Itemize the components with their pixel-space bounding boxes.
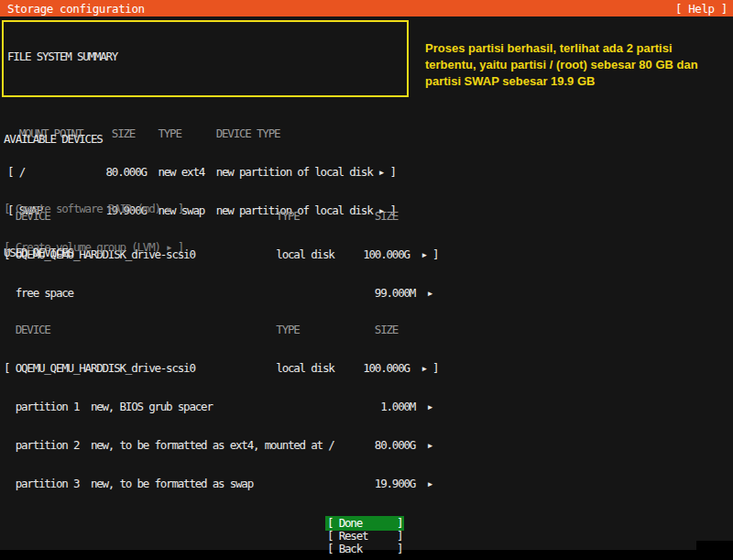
partition-2-row[interactable]: partition 2 new, to be formatted as ext4… bbox=[4, 439, 438, 452]
annotation-highlight-box: FILE SYSTEM SUMMARY MOUNT POINT SIZE TYP… bbox=[2, 20, 409, 97]
bottom-right-notch bbox=[696, 541, 733, 560]
create-raid-button[interactable]: [ Create software RAID (md) ▸ ] bbox=[4, 203, 183, 215]
page-title: Storage configuration bbox=[0, 2, 145, 16]
used-devices-section: USED DEVICES DEVICE TYPE SIZE [ OQEMU_QE… bbox=[4, 221, 438, 503]
used-devices-heading: USED DEVICES bbox=[4, 247, 438, 259]
used-disk-row[interactable]: [ OQEMU_QEMU_HARDDISK_drive-scsi0 local … bbox=[4, 362, 438, 375]
storage-configuration-screen: { "titlebar": { "title": "Storage config… bbox=[0, 0, 733, 560]
annotation-note: Proses partisi berhasil, terlihat ada 2 … bbox=[425, 40, 720, 90]
back-button[interactable]: [ Back ] bbox=[327, 543, 402, 555]
available-devices-heading: AVAILABLE DEVICES bbox=[4, 133, 438, 146]
partition-3-row[interactable]: partition 3 new, to be formatted as swap… bbox=[4, 478, 438, 490]
help-button[interactable]: [ Help ] bbox=[675, 2, 733, 16]
reset-button[interactable]: [ Reset ] bbox=[327, 530, 402, 543]
partition-1-row[interactable]: partition 1 new, BIOS grub spacer 1.000M… bbox=[4, 401, 438, 413]
used-devices-column-headers: DEVICE TYPE SIZE bbox=[4, 324, 438, 336]
file-system-summary-heading: FILE SYSTEM SUMMARY bbox=[7, 50, 407, 63]
title-bar: Storage configuration [ Help ] bbox=[0, 0, 733, 16]
